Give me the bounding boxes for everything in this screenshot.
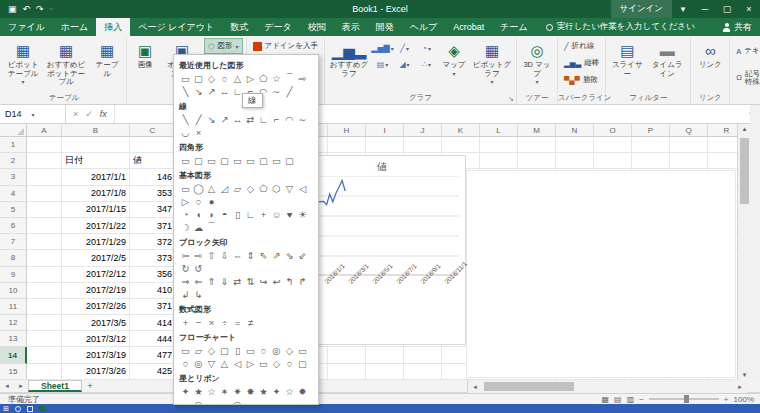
tab-校閲[interactable]: 校閲 [300, 18, 334, 36]
cell-R2[interactable] [708, 153, 737, 169]
shape-icon[interactable]: ▷ [179, 195, 192, 208]
recommended-pivot-button[interactable]: ▦ おすすめピボットテーブル [43, 38, 89, 92]
shape-icon[interactable]: ✶ [218, 385, 231, 398]
sparkline-winloss-button[interactable]: ▀▄▀ 勝敗 [561, 72, 602, 88]
shape-icon[interactable]: ▱ [192, 344, 205, 357]
cell-C12[interactable]: 414 [130, 315, 176, 331]
text-button[interactable]: A テキスト ▾ [733, 38, 760, 64]
shape-icon[interactable]: ▭ [179, 72, 192, 85]
shape-icon[interactable]: ≠ [244, 316, 257, 329]
shape-icon[interactable]: ◡ [179, 126, 192, 139]
cell-A6[interactable] [27, 218, 62, 234]
cell-O1[interactable] [594, 137, 632, 153]
shape-icon[interactable]: ◖ [192, 208, 205, 221]
shape-icon[interactable]: ◠ [192, 398, 205, 405]
cell-C6[interactable]: 371 [130, 218, 176, 234]
cell-C8[interactable]: 373 [130, 250, 176, 266]
cell-B8[interactable]: 2017/2/5 [62, 250, 130, 266]
cell-H14[interactable] [328, 347, 366, 363]
cell-B3[interactable]: 2017/1/1 [62, 169, 130, 185]
shape-icon[interactable]: ⇔ [231, 249, 244, 262]
normal-view-icon[interactable]: ▦ [602, 395, 610, 404]
cell-P2[interactable] [632, 153, 670, 169]
row-header-1[interactable]: 1 [0, 137, 27, 153]
tab-Acrobat[interactable]: Acrobat [445, 18, 492, 36]
vertical-scroll-thumb[interactable] [740, 138, 749, 204]
cell-A14[interactable] [27, 347, 62, 363]
task-view-icon[interactable] [27, 406, 33, 412]
cell-C15[interactable]: 425 [130, 364, 176, 380]
shape-icon[interactable]: ▭ [257, 357, 270, 370]
tab-挿入[interactable]: 挿入 [96, 18, 130, 36]
shape-icon[interactable]: ⇑ [205, 275, 218, 288]
shape-icon[interactable]: ∼ [270, 85, 283, 98]
cell-Q2[interactable] [670, 153, 708, 169]
shape-icon[interactable]: ⇄ [244, 113, 257, 126]
cell-B12[interactable]: 2017/3/5 [62, 315, 130, 331]
shape-icon[interactable]: ▢ [218, 154, 231, 167]
shape-icon[interactable]: ✹ [296, 385, 309, 398]
column-header-N[interactable]: N [556, 124, 594, 136]
row-header-14[interactable]: 14 [0, 347, 27, 363]
cell-C2[interactable]: 値 [130, 153, 176, 169]
sheet-tab-sheet1[interactable]: Sheet1 [28, 380, 82, 392]
horizontal-scrollbar[interactable]: ◂ ▸ [467, 380, 747, 393]
shape-icon[interactable]: ▭ [179, 154, 192, 167]
tab-ファイル[interactable]: ファイル [0, 18, 53, 36]
cell-J15[interactable] [404, 364, 442, 380]
shape-icon[interactable]: ╲ [179, 113, 192, 126]
cell-A10[interactable] [27, 283, 62, 299]
row-header-12[interactable]: 12 [0, 315, 27, 331]
redo-icon[interactable]: ↷ [34, 0, 46, 18]
cell-A15[interactable] [27, 364, 62, 380]
shape-icon[interactable]: ✷ [231, 385, 244, 398]
shape-icon[interactable]: ○ [179, 357, 192, 370]
shape-icon[interactable]: ▽ [205, 357, 218, 370]
cell-A9[interactable] [27, 267, 62, 283]
shape-icon[interactable]: ○ [283, 357, 296, 370]
row-header-10[interactable]: 10 [0, 283, 27, 299]
line-chart-button[interactable]: ╱▾ [394, 41, 415, 56]
shape-icon[interactable]: ▯ [231, 344, 244, 357]
insert-function-icon[interactable]: fx [100, 109, 107, 119]
row-header-9[interactable]: 9 [0, 267, 27, 283]
shape-icon[interactable]: △ [218, 357, 231, 370]
cell-A13[interactable] [27, 331, 62, 347]
shape-icon[interactable]: ☆ [283, 385, 296, 398]
shape-icon[interactable]: ⇖ [257, 249, 270, 262]
shape-icon[interactable]: ▭ [179, 398, 192, 405]
recommended-charts-button[interactable]: ▁▅▂ おすすめグラフ [328, 38, 370, 92]
shape-icon[interactable]: × [192, 126, 205, 139]
shape-icon[interactable]: ♥ [283, 208, 296, 221]
select-all-button[interactable] [0, 124, 27, 137]
sparkline-line-button[interactable]: ╱ 折れ線 [561, 38, 602, 54]
shape-icon[interactable]: ◡ [205, 398, 218, 405]
shape-icon[interactable]: ▢ [257, 154, 270, 167]
page-layout-view-icon[interactable]: ▤ [614, 395, 622, 404]
shape-icon[interactable]: ↪ [257, 275, 270, 288]
shape-icon[interactable]: ✸ [244, 385, 257, 398]
shape-icon[interactable]: ▭ [231, 154, 244, 167]
minimize-button[interactable]: ─ [694, 0, 716, 18]
area-chart-button[interactable]: ◢▾ [394, 57, 415, 72]
shape-icon[interactable]: ◿ [218, 182, 231, 195]
shape-icon[interactable]: ◓ [218, 208, 231, 221]
page-break-view-icon[interactable]: ▥ [627, 395, 635, 404]
cell-C9[interactable]: 356 [130, 267, 176, 283]
shape-icon[interactable]: ▭ [296, 344, 309, 357]
shape-icon[interactable]: ∟ [244, 208, 257, 221]
shape-icon[interactable]: ↔ [231, 113, 244, 126]
scroll-left-icon[interactable]: ◂ [468, 383, 482, 391]
scroll-down-icon[interactable]: ▾ [738, 371, 751, 379]
shape-icon[interactable]: ✦ [179, 385, 192, 398]
vertical-scrollbar[interactable]: ▴ ▾ [737, 124, 750, 380]
shape-icon[interactable]: ↘ [192, 85, 205, 98]
shape-icon[interactable]: ⇓ [218, 275, 231, 288]
shape-icon[interactable]: ↔ [218, 85, 231, 98]
shape-icon[interactable]: ▱ [231, 182, 244, 195]
map-chart-button[interactable]: ◈ マップ ▾ [439, 38, 469, 92]
excel-taskbar-icon[interactable] [39, 406, 45, 412]
shape-icon[interactable]: ▷ [244, 72, 257, 85]
shape-icon[interactable]: ◇ [283, 344, 296, 357]
cell-L1[interactable] [480, 137, 518, 153]
